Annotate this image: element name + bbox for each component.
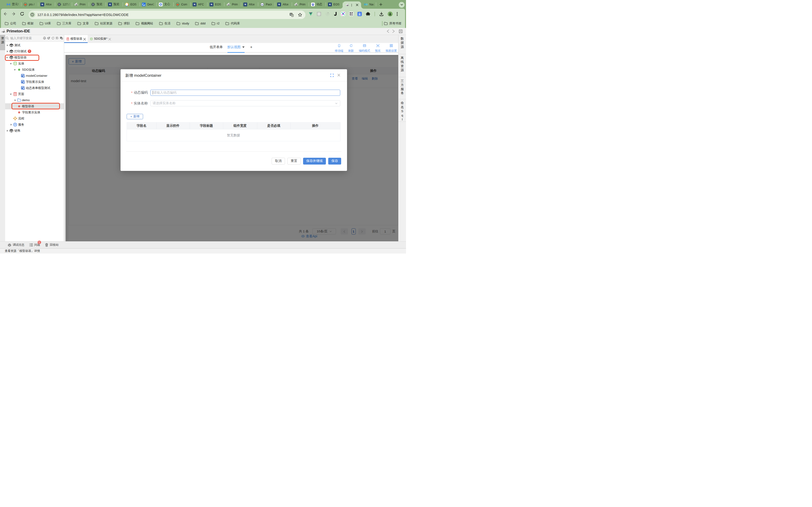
translate-en-icon[interactable]: En <box>60 37 63 40</box>
browser-tab[interactable]: pts / <box>21 0 38 9</box>
tree-row[interactable]: SDO实体 <box>5 67 64 73</box>
bookmark-folder[interactable]: 框架 <box>22 21 34 25</box>
bottom-bar-item[interactable]: 回收站 <box>45 243 59 247</box>
view-tab[interactable]: 默认视图 <box>227 43 245 52</box>
tree-row[interactable]: 模型容器 <box>5 54 64 61</box>
reload-button[interactable] <box>19 10 26 17</box>
browser-tab[interactable]: 动态 <box>309 0 326 9</box>
browser-tab[interactable]: 预览: <box>106 0 123 9</box>
browser-tab-nacos[interactable]: Nacc <box>362 0 376 9</box>
view-tool[interactable]: 刷新 <box>348 43 354 53</box>
browser-tab[interactable]: 普元f <box>4 0 21 9</box>
tree-row[interactable]: 动态表单模型测试 <box>5 85 64 91</box>
add-view-button[interactable]: + <box>250 43 253 52</box>
ide-forward-icon[interactable] <box>392 29 396 33</box>
caret-down-icon[interactable] <box>242 47 245 48</box>
tab-close-icon[interactable] <box>356 4 358 6</box>
tree-arrow[interactable] <box>17 87 20 90</box>
ext-qr-icon[interactable] <box>349 12 353 16</box>
bookmark-folder[interactable]: 文章 <box>77 21 89 25</box>
ext-react-icon[interactable] <box>317 12 321 16</box>
tree-arrow[interactable] <box>6 56 9 59</box>
browser-tab[interactable]: du Pack <box>258 0 275 9</box>
browser-tab[interactable]: Afce <box>38 0 55 9</box>
extensions-puzzle-icon[interactable] <box>366 12 370 16</box>
ext-x-icon[interactable] <box>341 12 345 16</box>
bookmark-folder[interactable]: 代码库 <box>225 21 240 25</box>
refresh-icon[interactable] <box>51 37 54 40</box>
entity-name-select[interactable]: 请选择实体名称 <box>150 100 340 106</box>
browser-tab[interactable]: EOS <box>207 0 224 9</box>
tree-arrow[interactable] <box>9 93 13 96</box>
tree-arrow[interactable] <box>13 105 17 108</box>
tree-arrow[interactable] <box>6 50 9 53</box>
view-tool[interactable]: 预览 <box>375 43 380 53</box>
cancel-button[interactable]: 取消 <box>271 158 285 165</box>
browser-tab[interactable]: EOS <box>123 0 140 9</box>
browser-tab[interactable]: 预览: <box>89 0 106 9</box>
browser-tab[interactable]: 127.0 <box>55 0 72 9</box>
reset-button[interactable]: 重置 <box>287 158 301 165</box>
browser-tab[interactable]: 文心 <box>157 0 173 9</box>
bookmark-folder[interactable]: 社区资源 <box>95 21 112 25</box>
bottom-bar-item[interactable]: 调试信息 <box>8 243 24 247</box>
ext-radar-icon[interactable] <box>325 12 329 16</box>
new-tab-button[interactable] <box>378 1 384 7</box>
tab-search-chevron[interactable] <box>399 2 405 8</box>
tree-row[interactable]: 流程 <box>5 115 64 122</box>
browser-tab[interactable]: Prim <box>72 0 89 9</box>
profile-avatar[interactable] <box>388 11 393 16</box>
site-info-icon[interactable] <box>30 12 35 17</box>
modal-add-field-button[interactable]: +新增 <box>126 114 143 119</box>
translate-icon[interactable]: G <box>290 13 294 17</box>
ide-save-icon[interactable] <box>399 29 403 33</box>
ext-vue-icon[interactable] <box>309 12 313 16</box>
tree-row[interactable]: 测试 <box>5 42 64 48</box>
tree-arrow[interactable] <box>17 74 20 77</box>
ai-icon[interactable]: AI <box>43 37 46 40</box>
view-tab[interactable]: 低开表单 <box>210 43 223 52</box>
bookmark-folder[interactable]: r2 <box>211 21 220 25</box>
all-bookmarks[interactable]: 所有书签 <box>384 21 402 25</box>
downloads-icon[interactable] <box>379 12 384 16</box>
right-rail-tab[interactable]: 数据源 <box>399 35 406 54</box>
right-rail-tab[interactable]: 离线资源 <box>399 54 406 77</box>
rail-tab-resources[interactable]: 资源 <box>0 35 5 50</box>
bookmark-folder[interactable]: ddd <box>195 21 206 25</box>
bookmark-folder[interactable]: study <box>176 21 189 25</box>
browser-tab[interactable]: Prim <box>292 0 309 9</box>
tree-arrow[interactable] <box>9 117 13 120</box>
view-tool[interactable]: 编码模式 <box>359 43 370 53</box>
tree-row[interactable]: 字段展示实体 <box>5 109 64 115</box>
tree-row[interactable]: 实体 <box>5 61 64 67</box>
tree-row[interactable]: demo <box>5 97 64 103</box>
bookmark-folder[interactable]: 求职 <box>118 21 130 25</box>
browser-tab[interactable]: DevC <box>140 0 157 9</box>
list-filter-icon[interactable] <box>56 37 59 40</box>
browser-tab[interactable]: AFC <box>191 0 207 9</box>
view-tool[interactable]: 视图设置 <box>386 43 397 53</box>
dynamic-code-input[interactable]: 请输入动态编码 <box>150 90 340 96</box>
dialog-close-icon[interactable] <box>338 74 341 77</box>
bookmark-folder[interactable]: 三方库 <box>57 21 71 25</box>
new-box-icon[interactable] <box>47 37 50 40</box>
tree-arrow[interactable] <box>13 111 17 114</box>
browser-tab[interactable]: Afce <box>241 0 258 9</box>
tree-arrow[interactable] <box>17 80 20 83</box>
ide-back-icon[interactable] <box>386 29 390 33</box>
tab-close-icon[interactable] <box>83 38 86 40</box>
tree-arrow[interactable] <box>13 68 17 71</box>
tree-row[interactable]: 字段展示实体 <box>5 79 64 85</box>
browser-tab[interactable]: Afce <box>275 0 292 9</box>
bookmark-folder[interactable]: 生活 <box>159 21 170 25</box>
save-continue-button[interactable]: 保存并继续 <box>303 158 326 165</box>
tab-close-icon[interactable] <box>108 38 111 40</box>
browser-tab[interactable]: Prim <box>224 0 241 9</box>
tree-arrow[interactable] <box>13 99 17 102</box>
save-button[interactable]: 保存 <box>328 158 341 165</box>
tree-row[interactable]: 页面 <box>5 91 64 97</box>
bottom-bar-item[interactable]: 问题 1 <box>30 243 40 247</box>
ext-j-icon[interactable] <box>334 12 337 16</box>
browser-tab-active[interactable]: | <box>343 1 361 9</box>
bookmark-star-icon[interactable] <box>298 13 302 17</box>
